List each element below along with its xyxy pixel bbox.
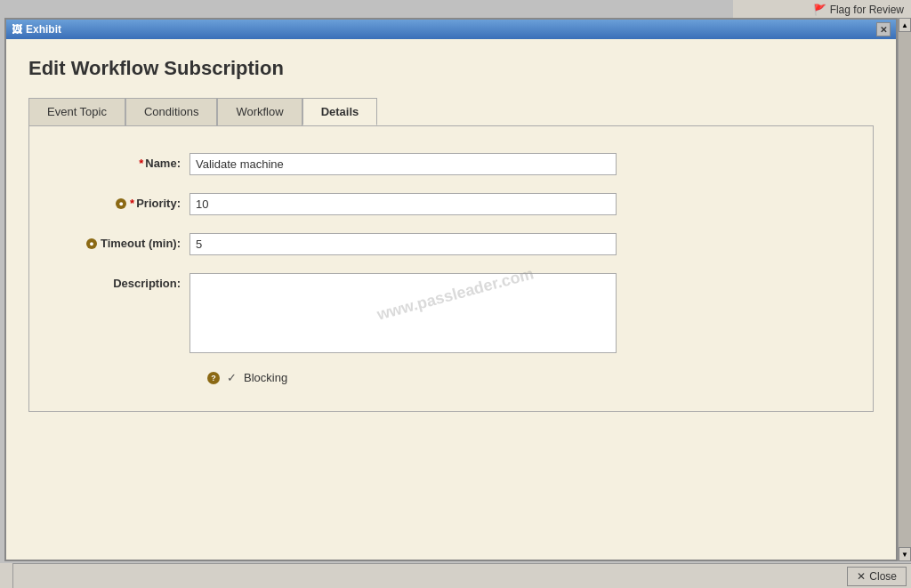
tab-workflow[interactable]: Workflow xyxy=(217,98,302,125)
tab-conditions[interactable]: Conditions xyxy=(125,98,217,125)
priority-input[interactable] xyxy=(189,193,617,215)
close-button[interactable]: ✕ Close xyxy=(847,567,907,586)
priority-label: ● * Priority: xyxy=(47,193,189,210)
scroll-down-arrow[interactable]: ▼ xyxy=(899,547,911,561)
name-row: * Name: xyxy=(47,153,837,175)
tabs-container: Event Topic Conditions Workflow Details xyxy=(28,98,874,125)
blocking-label: Blocking xyxy=(244,371,287,384)
flag-review-label: Flag for Review xyxy=(830,4,904,16)
description-textarea[interactable] xyxy=(189,273,617,353)
window-content: Edit Workflow Subscription Event Topic C… xyxy=(6,39,896,560)
close-button-icon: ✕ xyxy=(857,570,866,583)
titlebar-left: 🖼 Exhibit xyxy=(12,23,61,36)
form-area: * Name: ● * Priority: ● Timeout (min): xyxy=(28,125,874,412)
name-label: * Name: xyxy=(47,153,189,170)
close-button-label: Close xyxy=(869,570,897,583)
bottom-left-scroll xyxy=(0,563,13,588)
tab-details[interactable]: Details xyxy=(302,98,378,125)
window-titlebar: 🖼 Exhibit ✕ xyxy=(6,20,896,39)
blocking-checkmark: ✓ xyxy=(227,371,237,384)
window-title: Exhibit xyxy=(26,23,61,36)
timeout-info-dot: ● xyxy=(86,238,97,249)
blocking-row: ? ✓ Blocking xyxy=(47,371,837,384)
flag-review-bar: 🚩 Flag for Review xyxy=(733,0,911,20)
blocking-info-dot: ? xyxy=(207,372,220,384)
timeout-label: ● Timeout (min): xyxy=(47,233,189,250)
name-input[interactable] xyxy=(189,153,617,175)
flag-icon: 🚩 xyxy=(813,4,826,16)
window-icon: 🖼 xyxy=(12,23,22,36)
priority-info-dot: ● xyxy=(116,198,126,209)
description-label: Description: xyxy=(47,273,189,290)
timeout-input[interactable] xyxy=(189,233,617,255)
required-star: * xyxy=(139,157,143,170)
scroll-track xyxy=(899,32,911,547)
tab-event-topic[interactable]: Event Topic xyxy=(28,98,125,125)
description-row: Description: xyxy=(47,273,837,353)
main-window: 🖼 Exhibit ✕ Edit Workflow Subscription E… xyxy=(4,18,898,561)
page-title: Edit Workflow Subscription xyxy=(28,57,874,80)
bottom-bar: ✕ Close xyxy=(0,563,911,588)
window-close-button[interactable]: ✕ xyxy=(876,22,891,36)
scroll-up-arrow[interactable]: ▲ xyxy=(899,18,911,32)
required-star-priority: * xyxy=(130,197,134,210)
right-scrollbar[interactable]: ▲ ▼ xyxy=(898,18,911,561)
timeout-row: ● Timeout (min): xyxy=(47,233,837,255)
priority-row: ● * Priority: xyxy=(47,193,837,215)
